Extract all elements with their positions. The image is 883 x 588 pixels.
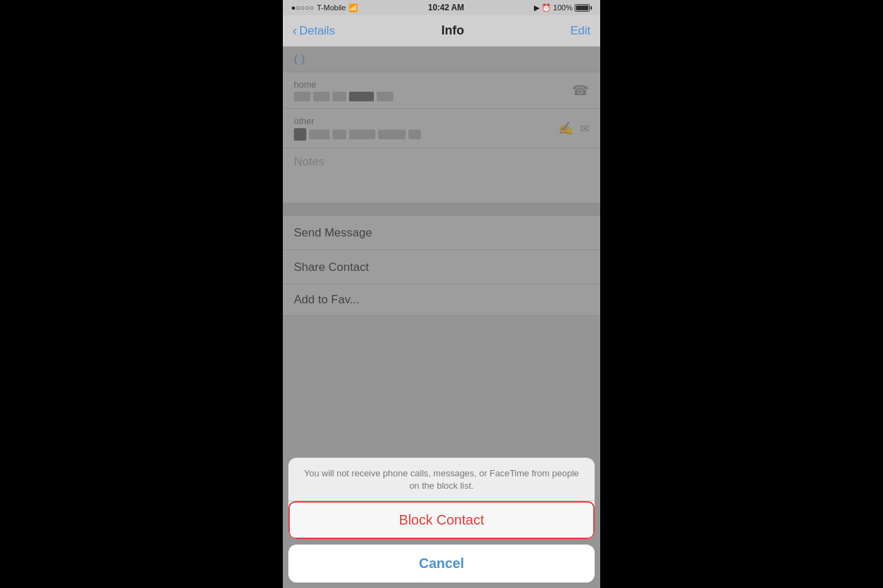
battery-icon — [575, 4, 592, 12]
action-sheet-overlay: You will not receive phone calls, messag… — [283, 47, 600, 588]
edit-button[interactable]: Edit — [571, 24, 591, 38]
status-bar: ●○○○○ T-Mobile 📶 10:42 AM ▶ ⏰ 100% — [283, 0, 600, 15]
nav-bar: ‹ Details Info Edit — [283, 15, 600, 47]
back-label: Details — [299, 24, 335, 38]
status-time: 10:42 AM — [428, 3, 464, 12]
battery-percent: 100% — [553, 3, 573, 12]
action-sheet: You will not receive phone calls, messag… — [283, 458, 600, 588]
wifi-icon: 📶 — [348, 3, 358, 12]
block-button-wrapper: Block Contact — [288, 501, 595, 539]
location-icon: ▶ — [534, 3, 539, 12]
back-chevron-icon: ‹ — [292, 23, 297, 39]
page-title: Info — [442, 23, 464, 38]
cancel-button[interactable]: Cancel — [288, 545, 595, 582]
signal-indicator: ●○○○○ — [291, 3, 314, 12]
status-left: ●○○○○ T-Mobile 📶 — [291, 3, 358, 12]
action-message-text: You will not receive phone calls, messag… — [288, 458, 595, 501]
block-contact-button[interactable]: Block Contact — [288, 501, 595, 539]
alarm-icon: ⏰ — [542, 3, 551, 12]
phone-frame: ●○○○○ T-Mobile 📶 10:42 AM ▶ ⏰ 100% ‹ Det… — [283, 0, 600, 588]
carrier-name: T-Mobile — [317, 3, 346, 12]
action-sheet-top: You will not receive phone calls, messag… — [288, 458, 595, 539]
back-button[interactable]: ‹ Details — [292, 23, 335, 39]
status-right: ▶ ⏰ 100% — [534, 3, 592, 12]
content-area: ( ) home ☎ o — [283, 47, 600, 588]
